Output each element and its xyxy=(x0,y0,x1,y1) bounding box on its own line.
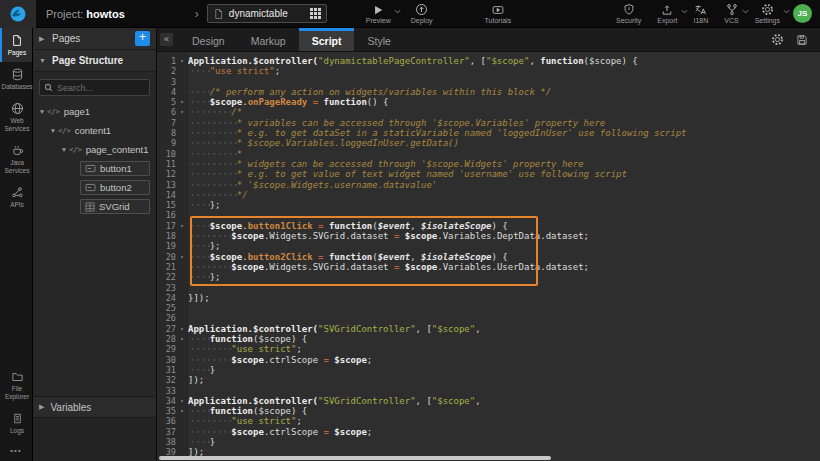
sidebar-item-pages[interactable]: Pages xyxy=(0,28,32,62)
code-line[interactable]: 24}]); xyxy=(157,293,820,303)
script-editor[interactable]: 1▾Application.$controller("dynamictableP… xyxy=(157,52,820,461)
wavemaker-logo[interactable] xyxy=(0,0,36,28)
code-line[interactable]: 26 xyxy=(157,313,820,323)
security-button[interactable]: Security xyxy=(609,0,648,28)
code-line[interactable]: 19 }; xyxy=(157,241,820,251)
fold-marker-icon[interactable]: ▾ xyxy=(176,396,188,406)
tab-style[interactable]: Style xyxy=(354,28,403,51)
code-line[interactable]: 28▾ function($scope) { xyxy=(157,334,820,344)
token-str: "dynamictablePageController" xyxy=(318,56,470,66)
tree-item-body: </>content1 xyxy=(58,125,156,136)
code-line[interactable]: 37 $scope.ctrlScope = $scope; xyxy=(157,427,820,437)
fold-marker-icon[interactable]: ▾ xyxy=(176,406,188,416)
tutorials-icon xyxy=(491,3,505,16)
page-structure-header[interactable]: ▼ Page Structure xyxy=(33,50,156,72)
code-line[interactable]: 5▾ $scope.onPageReady = function() { xyxy=(157,97,820,107)
code-line[interactable]: 23 xyxy=(157,283,820,293)
tree-item-SVGrid[interactable]: SVGrid xyxy=(33,197,156,216)
code-line[interactable]: 35▾ function($scope) { xyxy=(157,406,820,416)
fold-marker-icon[interactable]: ▾ xyxy=(176,334,188,344)
settings-button[interactable]: Settings xyxy=(748,0,787,28)
code-line[interactable]: 34▾Application.$controller("SVGridContro… xyxy=(157,396,820,406)
code-line[interactable]: 21 $scope.Widgets.SVGrid.dataset = $scop… xyxy=(157,262,820,272)
code-line[interactable]: 1▾Application.$controller("dynamictableP… xyxy=(157,56,820,66)
i18n-button[interactable]: I18N xyxy=(687,0,716,28)
apps-grid-icon xyxy=(310,8,321,19)
script-settings-gear-icon[interactable] xyxy=(771,33,784,46)
sidebar-item-file-explorer[interactable]: File Explorer xyxy=(0,365,32,406)
save-icon[interactable] xyxy=(796,34,808,46)
tree-item-button2[interactable]: button2 xyxy=(33,178,156,197)
export-button[interactable]: Export xyxy=(650,0,684,28)
i18n-label: I18N xyxy=(694,17,709,24)
avatar[interactable]: JS xyxy=(793,4,812,23)
code-line[interactable]: 31 } xyxy=(157,365,820,375)
tree-item-content1[interactable]: ▼</>content1 xyxy=(33,121,156,140)
code-line[interactable]: 2 "use strict"; xyxy=(157,66,820,76)
code-line[interactable]: 12 * e.g. to get value of text widget na… xyxy=(157,169,820,179)
tab-markup[interactable]: Markup xyxy=(238,28,299,51)
preview-button[interactable]: Preview xyxy=(359,0,398,28)
tab-design[interactable]: Design xyxy=(179,28,238,51)
code-line[interactable]: 4 /* perform any action on widgets/varia… xyxy=(157,87,820,97)
code-line[interactable]: 30 $scope.ctrlScope = $scope; xyxy=(157,355,820,365)
expanded-arrow-icon[interactable]: ▼ xyxy=(37,108,47,115)
sidebar-item-java-services[interactable]: Java Services xyxy=(0,138,32,180)
add-page-button[interactable]: + xyxy=(135,31,150,46)
page-selector-dropdown[interactable]: dynamictable xyxy=(207,4,327,23)
code-line[interactable]: 29 "use strict"; xyxy=(157,344,820,354)
code-line[interactable]: 18 $scope.Widgets.SVGrid.dataset = $scop… xyxy=(157,231,820,241)
sidebar-item-databases[interactable]: Databases xyxy=(0,62,32,96)
code-line[interactable]: 8 * e.g. to get dataSet in a staticVaria… xyxy=(157,128,820,138)
code-line[interactable]: 11 * widgets can be accessed through '$s… xyxy=(157,159,820,169)
variables-section-header[interactable]: ▶ Variables xyxy=(33,396,156,418)
code-line[interactable]: 33 xyxy=(157,386,820,396)
web-services-label: Web Services xyxy=(5,117,30,133)
fold-marker-icon[interactable]: ▾ xyxy=(176,56,188,66)
sidebar-item-apis[interactable]: APIs xyxy=(0,180,32,214)
fold-marker-icon[interactable]: ▾ xyxy=(176,221,188,231)
sidebar-item-logs[interactable]: Logs xyxy=(0,406,32,440)
code-line[interactable]: 15 }; xyxy=(157,200,820,210)
pages-section-header[interactable]: ▶ Pages + xyxy=(33,28,156,50)
expanded-arrow-icon[interactable]: ▼ xyxy=(59,146,69,153)
code-line[interactable]: 25 xyxy=(157,303,820,313)
fold-marker-icon[interactable]: ▾ xyxy=(176,252,188,262)
code-line[interactable]: 22 }; xyxy=(157,272,820,282)
expanded-arrow-icon[interactable]: ▼ xyxy=(48,127,58,134)
code-line[interactable]: 10 * xyxy=(157,149,820,159)
more-options-button[interactable]: ••• xyxy=(0,440,32,461)
tree-item-button1[interactable]: button1 xyxy=(33,159,156,178)
code-line[interactable]: 9 * $scope.Variables.loggedInUser.getDat… xyxy=(157,138,820,148)
chevron-down-icon xyxy=(783,9,790,14)
tree-item-page1[interactable]: ▼</>page1 xyxy=(33,102,156,121)
code-line[interactable]: 38 } xyxy=(157,437,820,447)
search-area xyxy=(33,72,156,102)
tab-script[interactable]: Script xyxy=(299,28,355,51)
deploy-button[interactable]: Deploy xyxy=(404,0,440,28)
code-line[interactable]: 14 */ xyxy=(157,190,820,200)
sidebar-item-web-services[interactable]: Web Services xyxy=(0,96,32,138)
search-input[interactable] xyxy=(57,83,145,93)
code-line[interactable]: 36 "use strict"; xyxy=(157,416,820,426)
code-line[interactable]: 6▾ /* xyxy=(157,107,820,117)
token-kw: $scope xyxy=(231,427,264,437)
vcs-button[interactable]: VCS xyxy=(717,0,745,28)
fold-marker-icon[interactable]: ▾ xyxy=(176,97,188,107)
code-line[interactable]: 7 * variables can be accessed through '$… xyxy=(157,118,820,128)
code-line[interactable]: 16 xyxy=(157,210,820,220)
tutorials-button[interactable]: Tutorials xyxy=(478,0,519,28)
export-label: Export xyxy=(657,17,677,24)
code-line[interactable]: 27▾Application.$controller("SVGridContro… xyxy=(157,324,820,334)
code-line[interactable]: 20▾ $scope.button2Click = function($even… xyxy=(157,252,820,262)
horizontal-scrollbar-thumb[interactable] xyxy=(159,456,551,460)
fold-marker-icon[interactable]: ▾ xyxy=(176,107,188,117)
tree-item-page_content1[interactable]: ▼</>page_content1 xyxy=(33,140,156,159)
code-line[interactable]: 3 xyxy=(157,77,820,87)
code-line[interactable]: 17▾ $scope.button1Click = function($even… xyxy=(157,221,820,231)
collapse-panel-button[interactable]: « xyxy=(160,33,173,46)
code-line[interactable]: 13 * '$scope.Widgets.username.datavalue' xyxy=(157,180,820,190)
token-kw: $scope xyxy=(210,252,243,262)
code-line[interactable]: 32]); xyxy=(157,375,820,385)
fold-marker-icon[interactable]: ▾ xyxy=(176,324,188,334)
